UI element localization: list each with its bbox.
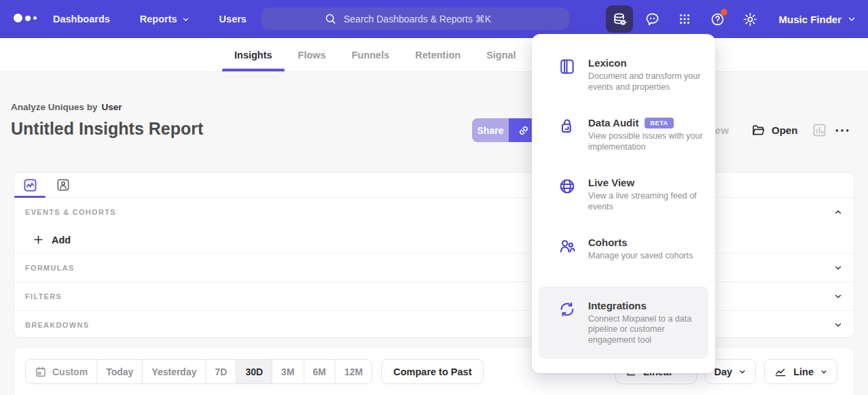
chevron-down-icon <box>820 368 828 376</box>
nav-item-reports[interactable]: Reports <box>140 14 189 24</box>
menu-item-description: Connect Mixpanel to a data pipeline or c… <box>588 314 698 346</box>
apps-grid-icon[interactable] <box>671 5 698 33</box>
range-today[interactable]: Today <box>96 360 142 383</box>
range-6m[interactable]: 6M <box>304 360 335 383</box>
range-12m[interactable]: 12M <box>335 360 372 383</box>
menu-item-live-view[interactable]: Live View View a live streaming feed of … <box>558 177 704 212</box>
chart-toolbar-panel: Custom Today Yesterday 7D 30D 3M 6M 12M … <box>14 347 854 395</box>
menu-item-cohorts[interactable]: Cohorts Manage your saved cohorts <box>558 237 704 262</box>
chevron-down-icon <box>182 16 189 23</box>
menu-item-description: Document and transform your events and p… <box>588 71 704 92</box>
query-builder-panel: EVENTS & COHORTS Add FORMULAS FILTERS BR… <box>14 172 854 338</box>
tab-funnels[interactable]: Funnels <box>352 38 390 71</box>
add-to-dashboard-icon[interactable] <box>812 122 827 141</box>
nav-right-cluster: Music Finder <box>606 5 856 33</box>
mixpanel-logo-icon[interactable] <box>14 14 37 22</box>
line-chart-icon <box>774 365 787 379</box>
section-events-cohorts[interactable]: EVENTS & COHORTS <box>14 198 854 226</box>
section-breakdowns[interactable]: BREAKDOWNS <box>14 310 854 339</box>
tab-retention[interactable]: Retention <box>415 38 460 71</box>
chevron-up-icon <box>833 207 843 217</box>
range-custom[interactable]: Custom <box>26 360 96 383</box>
analyze-entity[interactable]: User <box>102 102 122 112</box>
chart-type-dropdown[interactable]: Line <box>764 359 837 384</box>
analyze-breadcrumb: Analyze Uniques byUser <box>11 102 122 112</box>
menu-item-lexicon[interactable]: Lexicon Document and transform your even… <box>558 57 704 92</box>
project-name: Music Finder <box>778 14 842 25</box>
calendar-icon <box>35 366 47 378</box>
range-3m[interactable]: 3M <box>272 360 303 383</box>
date-range-segmented-control: Custom Today Yesterday 7D 30D 3M 6M 12M <box>25 359 372 384</box>
report-tabbar: Insights Flows Funnels Retention Signal … <box>0 38 868 72</box>
toolbar-row: Custom Today Yesterday 7D 30D 3M 6M 12M … <box>25 359 837 384</box>
chevron-down-icon <box>833 292 843 301</box>
range-yesterday[interactable]: Yesterday <box>142 360 205 383</box>
section-filters[interactable]: FILTERS <box>14 281 854 310</box>
menu-item-description: Manage your saved cohorts <box>588 251 693 262</box>
report-actions: New Open <box>0 118 868 142</box>
section-formulas[interactable]: FORMULAS <box>14 253 854 281</box>
tab-insights[interactable]: Insights <box>234 38 272 71</box>
nav-links: Dashboards Reports Users <box>53 0 247 38</box>
data-management-menu: Lexicon Document and transform your even… <box>532 34 715 373</box>
data-management-icon[interactable] <box>606 5 633 33</box>
global-search[interactable] <box>261 7 569 30</box>
nav-item-users[interactable]: Users <box>219 14 247 24</box>
nav-item-label: Users <box>219 14 247 24</box>
live-view-globe-icon <box>558 177 576 198</box>
settings-gear-icon[interactable] <box>736 5 763 33</box>
menu-item-description: View possible issues with your implement… <box>588 131 704 152</box>
menu-item-description: View a live streaming feed of events <box>588 191 704 212</box>
more-options-icon[interactable] <box>834 124 850 140</box>
profiles-person-icon[interactable] <box>56 177 71 192</box>
search-icon <box>324 12 337 25</box>
folder-icon <box>751 123 765 137</box>
top-nav: Dashboards Reports Users <box>0 0 868 38</box>
open-report-button[interactable]: Open <box>751 118 797 142</box>
notification-dot <box>721 9 727 16</box>
active-tab-underline <box>14 196 46 198</box>
chevron-down-icon <box>848 15 856 23</box>
lexicon-book-icon <box>558 58 576 78</box>
search-input[interactable] <box>344 14 507 24</box>
cohorts-people-icon <box>558 237 576 258</box>
chevron-down-icon <box>738 368 746 376</box>
nav-item-label: Reports <box>140 14 177 24</box>
metrics-chart-icon[interactable] <box>22 177 38 193</box>
tab-flows[interactable]: Flows <box>298 38 326 71</box>
compare-to-past-button[interactable]: Compare to Past <box>381 359 484 384</box>
chevron-down-icon <box>833 263 843 273</box>
plus-icon <box>33 234 44 245</box>
project-switcher[interactable]: Music Finder <box>778 14 856 25</box>
app-window: Dashboards Reports Users <box>0 0 868 395</box>
data-audit-icon <box>558 118 576 138</box>
range-30d[interactable]: 30D <box>236 360 272 383</box>
analyze-prefix: Analyze Uniques by <box>11 102 98 112</box>
beta-badge: BETA <box>645 118 673 128</box>
menu-item-integrations[interactable]: Integrations Connect Mixpanel to a data … <box>539 286 708 360</box>
nav-item-label: Dashboards <box>53 14 110 24</box>
tab-signal[interactable]: Signal <box>486 38 516 71</box>
chevron-down-icon <box>833 320 843 330</box>
builder-mode-tabs <box>14 173 854 198</box>
feedback-icon[interactable] <box>638 5 666 33</box>
menu-item-data-audit[interactable]: Data Audit BETA View possible issues wit… <box>558 117 704 152</box>
help-icon[interactable] <box>704 5 731 33</box>
nav-item-dashboards[interactable]: Dashboards <box>53 14 110 24</box>
integrations-sync-icon <box>558 300 576 321</box>
add-event-button[interactable]: Add <box>14 226 854 253</box>
range-7d[interactable]: 7D <box>206 360 236 383</box>
